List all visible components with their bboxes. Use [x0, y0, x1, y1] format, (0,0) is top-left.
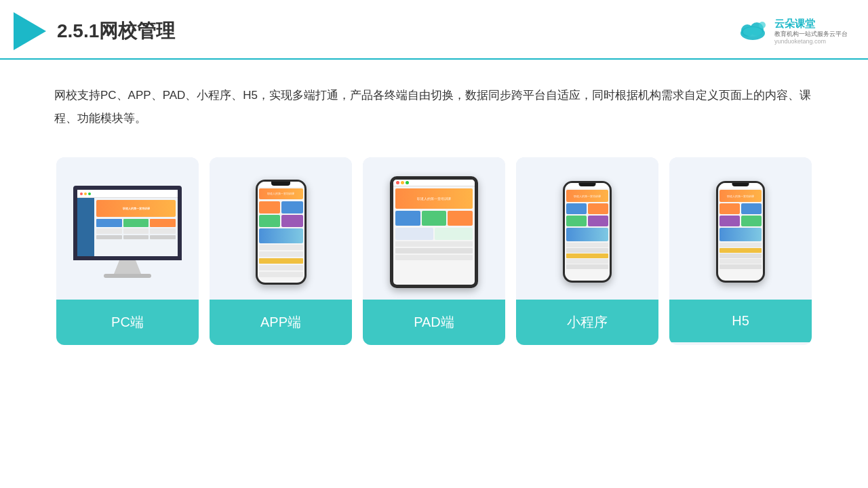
tablet-screen: 职道人的第一堂培训课 — [393, 180, 475, 285]
card-pc-label: PC端 — [56, 300, 199, 345]
cards-container: 职道人的第一堂培训课 — [0, 144, 868, 345]
card-app-label: APP端 — [210, 300, 352, 345]
pc-mockup: 职道人的第一堂培训课 — [73, 186, 182, 278]
monitor-base — [104, 274, 151, 278]
card-h5-image: 职道人的第一堂培训课 — [669, 157, 812, 300]
card-pad-image: 职道人的第一堂培训课 — [363, 157, 505, 300]
header-right: 云朵课堂 教育机构一站式服务云平台 yunduoketang.com — [736, 18, 848, 45]
h5-phone-mockup: 职道人的第一堂培训课 — [716, 181, 765, 283]
card-app-image: 职道人的第一堂培训课 — [210, 157, 352, 300]
svg-point-3 — [743, 27, 762, 37]
monitor-stand — [114, 260, 141, 274]
card-app: 职道人的第一堂培训课 — [210, 157, 352, 345]
h5-phone-screen: 职道人的第一堂培训课 — [718, 183, 763, 281]
phone-screen: 职道人的第一堂培训课 — [258, 182, 304, 283]
card-h5: 职道人的第一堂培训课 — [669, 157, 812, 345]
card-miniapp-label: 小程序 — [516, 300, 658, 345]
header-left: 2.5.1网校管理 — [14, 12, 175, 50]
card-pc-image: 职道人的第一堂培训课 — [56, 157, 199, 300]
description-text: 网校支持PC、APP、PAD、小程序、H5，实现多端打通，产品各终端自由切换，数… — [0, 60, 868, 144]
miniapp-phone-notch — [579, 183, 596, 186]
card-pad: 职道人的第一堂培训课 — [363, 157, 505, 345]
miniapp-phone-screen: 职道人的第一堂培训课 — [565, 183, 610, 281]
miniapp-phone-mockup: 职道人的第一堂培训课 — [563, 181, 612, 283]
h5-phone-notch — [732, 183, 749, 186]
page-title: 2.5.1网校管理 — [57, 18, 175, 44]
tablet-mockup: 职道人的第一堂培训课 — [390, 176, 478, 288]
card-pc: 职道人的第一堂培训课 — [56, 157, 199, 345]
brand-tagline: 教育机构一站式服务云平台 — [774, 30, 848, 39]
brand-url: yunduoketang.com — [774, 38, 826, 45]
app-phone-mockup: 职道人的第一堂培训课 — [256, 180, 307, 285]
brand-info: 云朵课堂 教育机构一站式服务云平台 yunduoketang.com — [774, 18, 848, 45]
monitor-screen: 职道人的第一堂培训课 — [73, 186, 182, 260]
card-miniapp: 职道人的第一堂培训课 — [516, 157, 658, 345]
brand-name: 云朵课堂 — [774, 18, 815, 30]
header: 2.5.1网校管理 云朵课堂 教育机构一站式服务云平台 yunduoketang… — [0, 0, 868, 60]
logo-triangle — [14, 12, 46, 50]
card-h5-label: H5 — [669, 300, 812, 342]
cloud-logo-icon — [736, 18, 769, 44]
card-pad-label: PAD端 — [363, 300, 505, 345]
card-miniapp-image: 职道人的第一堂培训课 — [516, 157, 658, 300]
phone-notch — [271, 182, 290, 186]
svg-point-4 — [759, 22, 766, 28]
